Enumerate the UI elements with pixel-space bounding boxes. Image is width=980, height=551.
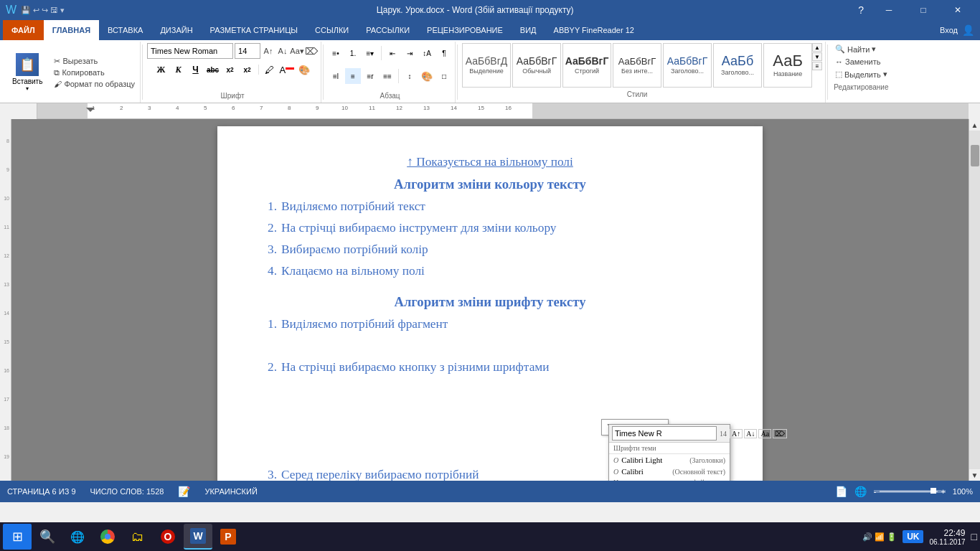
popup-shrink-button[interactable]: A↓ <box>744 429 757 438</box>
taskbar-powerpoint[interactable]: P <box>214 524 242 550</box>
borders-button[interactable]: □ <box>436 68 452 84</box>
decrease-indent-button[interactable]: ⇤ <box>385 45 400 61</box>
align-right-button[interactable]: ≡r <box>362 68 378 84</box>
copy-label: Копировать <box>62 68 104 77</box>
align-center-button[interactable]: ≡ <box>345 68 361 84</box>
italic-button[interactable]: К <box>171 62 187 77</box>
layout-web-icon[interactable]: 🌐 <box>854 486 867 497</box>
tab-review[interactable]: РЕЦЕНЗИРОВАНИЕ <box>418 20 512 40</box>
underline-button[interactable]: Ч <box>188 62 204 77</box>
tab-view[interactable]: ВИД <box>512 20 545 40</box>
layout-print-icon[interactable]: 📄 <box>835 486 847 497</box>
taskbar-word[interactable]: W <box>184 524 212 550</box>
paste-button[interactable]: 📋 Вставить ▾ <box>6 51 49 94</box>
copy-button[interactable]: ⧉ Копировать <box>52 67 137 78</box>
scroll-track[interactable] <box>969 131 981 469</box>
text-highlight-button[interactable]: 🖊 <box>262 62 278 77</box>
top-cut-text: ↑ Показується на вільному полі <box>268 155 712 169</box>
styles-expand[interactable]: ≡ <box>812 62 822 70</box>
increase-indent-button[interactable]: ⇥ <box>402 45 418 61</box>
font-size-input[interactable] <box>235 43 260 59</box>
style-heading2[interactable]: АаБб Заголово... <box>713 43 762 88</box>
style-normal[interactable]: АаБбВгГ Обычный <box>512 43 561 88</box>
format-painter-button[interactable]: 🖌 Формат по образцу <box>52 79 137 89</box>
tab-insert[interactable]: ВСТАВКА <box>99 20 151 40</box>
select-button[interactable]: ⬚ Выделить ▾ <box>832 68 890 80</box>
keyboard-lang[interactable]: UK <box>903 530 923 543</box>
style-nospace[interactable]: АаБбВгГ Без инте... <box>613 43 661 88</box>
subscript-button[interactable]: x2 <box>222 62 238 77</box>
style-selection[interactable]: АаБбВгД Выделение <box>462 43 511 88</box>
zoom-in-button[interactable]: + <box>941 487 945 496</box>
change-case-button[interactable]: Aa▾ <box>291 44 303 57</box>
styles-scroll: ▲ ▼ ≡ <box>812 43 822 70</box>
tab-mailings[interactable]: РАССЫЛКИ <box>357 20 418 40</box>
taskbar-files[interactable]: 🗂 <box>123 524 152 550</box>
scroll-up-button[interactable]: ▲ <box>969 119 981 131</box>
strikethrough-button[interactable]: abc <box>205 62 221 77</box>
find-button[interactable]: 🔍 Найти ▾ <box>832 43 890 55</box>
vertical-scrollbar[interactable]: ▲ ▼ <box>969 119 980 481</box>
numbering-button[interactable]: 1. <box>345 45 361 61</box>
replace-button[interactable]: ↔ Заменить <box>832 56 890 67</box>
show-formatting-button[interactable]: ¶ <box>436 45 452 61</box>
list-text: Виділяємо потрібний фрагмент <box>281 317 448 331</box>
multilevel-list-button[interactable]: ≡▾ <box>362 45 378 61</box>
line-spacing-button[interactable]: ↕ <box>402 68 418 84</box>
taskbar-opera[interactable]: O <box>154 524 182 550</box>
scroll-thumb[interactable] <box>971 145 979 166</box>
shrink-font-button[interactable]: A↓ <box>276 44 289 57</box>
sort-button[interactable]: ↕A <box>419 45 435 61</box>
font-color-button[interactable]: A <box>279 62 295 77</box>
taskbar-chrome[interactable] <box>93 524 122 550</box>
bold-button[interactable]: Ж <box>154 62 169 77</box>
popup-font-calibri[interactable]: O Calibri (Основной текст) <box>609 466 730 477</box>
restore-button[interactable]: □ <box>907 0 940 20</box>
shading-para-button[interactable]: 🎨 <box>419 68 435 84</box>
ruler-right-end <box>969 103 980 119</box>
popup-clear-button[interactable]: ⌦ <box>773 429 787 438</box>
find-label: Найти <box>847 45 870 54</box>
styles-scroll-down[interactable]: ▼ <box>812 52 822 61</box>
taskbar-search[interactable]: 🔍 <box>33 524 62 550</box>
ribbon-user-icon[interactable]: 👤 <box>962 24 974 36</box>
popup-font-calibri-light[interactable]: O Calibri Light (Заголовки) <box>609 454 730 466</box>
tab-design[interactable]: ДИЗАЙН <box>151 20 201 40</box>
signin-button[interactable]: Вход <box>940 26 958 34</box>
paragraph-group-label: Абзац <box>328 90 452 101</box>
tab-home[interactable]: ГЛАВНАЯ <box>44 20 99 40</box>
shading-button[interactable]: 🎨 <box>296 62 312 77</box>
popup-case-button[interactable]: Aa <box>758 429 771 438</box>
cut-button[interactable]: ✂ Вырезать <box>52 56 137 67</box>
align-left-button[interactable]: ≡l <box>328 68 344 84</box>
styles-scroll-up[interactable]: ▲ <box>812 43 822 52</box>
justify-button[interactable]: ≡≡ <box>380 68 395 84</box>
tab-abbyy[interactable]: ABBYY FineReader 12 <box>545 20 643 40</box>
popup-font-input[interactable] <box>612 426 717 441</box>
clear-format-button[interactable]: ⌦ <box>305 44 318 57</box>
start-button[interactable]: ⊞ <box>3 524 32 550</box>
scroll-down-button[interactable]: ▼ <box>969 469 981 481</box>
grow-font-button[interactable]: A↑ <box>262 44 275 57</box>
tab-references[interactable]: ССЫЛКИ <box>306 20 357 40</box>
style-heading1[interactable]: АаБбВгГ Заголово... <box>663 43 712 88</box>
tab-page-layout[interactable]: РАЗМЕТКА СТРАНИЦЫ <box>202 20 306 40</box>
style-strict[interactable]: АаБбВгГ Строгий <box>562 43 611 88</box>
taskbar-edge[interactable]: 🌐 <box>63 524 92 550</box>
style-title[interactable]: АаБ Название <box>763 43 812 88</box>
minimize-button[interactable]: ─ <box>872 0 905 20</box>
show-desktop-button[interactable]: □ <box>971 531 977 542</box>
font-name-input[interactable] <box>147 43 233 59</box>
superscript-button[interactable]: x2 <box>240 62 255 77</box>
popup-grow-button[interactable]: A↑ <box>730 429 743 438</box>
help-button[interactable]: ? <box>858 4 864 16</box>
tab-file[interactable]: ФАЙЛ <box>3 20 44 40</box>
close-button[interactable]: ✕ <box>941 0 974 20</box>
font-format-row: Ж К Ч abc x2 x2 🖊 A 🎨 <box>154 62 312 77</box>
zoom-out-button[interactable]: - <box>874 487 877 496</box>
zoom-thumb[interactable] <box>930 488 936 494</box>
bullets-button[interactable]: ≡• <box>328 45 344 61</box>
zoom-slider[interactable]: - + <box>874 490 946 493</box>
chrome-icon <box>100 529 115 544</box>
proofing-icon: 📝 <box>178 486 190 497</box>
